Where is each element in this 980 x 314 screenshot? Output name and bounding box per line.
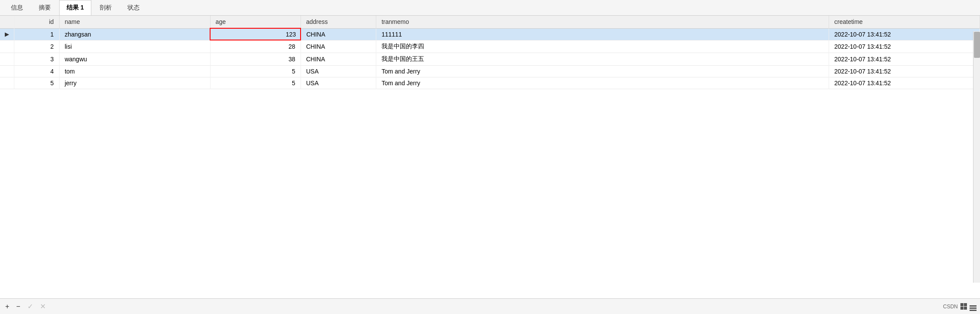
cell-id: 4 — [14, 65, 59, 77]
row-indicator — [0, 77, 14, 89]
cell-address: USA — [301, 65, 376, 77]
cell-address: CHINA — [301, 40, 376, 53]
toolbar-right: CSDN — [943, 302, 977, 311]
cell-id: 2 — [14, 40, 59, 53]
scrollbar-thumb[interactable] — [974, 32, 980, 58]
cell-name: tom — [59, 65, 210, 77]
col-header-id: id — [14, 16, 59, 28]
cell-createtime: 2022-10-07 13:41:52 — [829, 53, 980, 65]
indicator-col-header — [0, 16, 14, 28]
brand-label: CSDN — [943, 304, 958, 310]
table-row[interactable]: 3wangwu38CHINA我是中国的王五2022-10-07 13:41:52 — [0, 53, 980, 65]
cell-tranmemo: 我是中国的李四 — [376, 40, 829, 53]
table-row[interactable]: ▶1zhangsan123CHINA1111112022-10-07 13:41… — [0, 28, 980, 40]
tab-bar: 信息摘要结果 1剖析状态 — [0, 0, 980, 16]
row-indicator — [0, 53, 14, 65]
cell-id: 1 — [14, 28, 59, 40]
grid-icon[interactable] — [960, 303, 967, 310]
row-indicator — [0, 40, 14, 53]
cell-address: CHINA — [301, 53, 376, 65]
col-header-tranmemo: tranmemo — [376, 16, 829, 28]
table-row[interactable]: 4tom5USATom and Jerry2022-10-07 13:41:52 — [0, 65, 980, 77]
toolbar-left: + − ✓ ✕ — [3, 301, 47, 311]
tab-status[interactable]: 状态 — [120, 0, 147, 15]
cell-createtime: 2022-10-07 13:41:52 — [829, 65, 980, 77]
cell-age: 123 — [210, 28, 301, 40]
tab-info[interactable]: 信息 — [3, 0, 30, 15]
tab-analyze[interactable]: 剖析 — [92, 0, 119, 15]
cancel-button[interactable]: ✕ — [38, 301, 47, 311]
cell-name: zhangsan — [59, 28, 210, 40]
cell-age: 5 — [210, 77, 301, 89]
table-row[interactable]: 5jerry5USATom and Jerry2022-10-07 13:41:… — [0, 77, 980, 89]
header-row: id name age address tranmemo createtime — [0, 16, 980, 28]
cell-name: wangwu — [59, 53, 210, 65]
cell-tranmemo: 我是中国的王五 — [376, 53, 829, 65]
add-row-button[interactable]: + — [3, 302, 11, 311]
col-header-age: age — [210, 16, 301, 28]
row-indicator — [0, 65, 14, 77]
scrollbar[interactable] — [973, 31, 980, 283]
remove-row-button[interactable]: − — [14, 302, 22, 311]
col-header-address: address — [301, 16, 376, 28]
result-table: id name age address tranmemo createtime … — [0, 16, 980, 89]
table-body: ▶1zhangsan123CHINA1111112022-10-07 13:41… — [0, 28, 980, 89]
table-row[interactable]: 2lisi28CHINA我是中国的李四2022-10-07 13:41:52 — [0, 40, 980, 53]
cell-tranmemo: Tom and Jerry — [376, 65, 829, 77]
cell-address: CHINA — [301, 28, 376, 40]
list-icon[interactable] — [970, 302, 977, 311]
tab-result1[interactable]: 结果 1 — [59, 0, 91, 15]
main-content: id name age address tranmemo createtime … — [0, 16, 980, 298]
cell-createtime: 2022-10-07 13:41:52 — [829, 40, 980, 53]
col-header-name: name — [59, 16, 210, 28]
cell-createtime: 2022-10-07 13:41:52 — [829, 77, 980, 89]
cell-id: 3 — [14, 53, 59, 65]
confirm-button[interactable]: ✓ — [26, 301, 35, 311]
cell-name: lisi — [59, 40, 210, 53]
cell-age: 5 — [210, 65, 301, 77]
col-header-createtime: createtime — [829, 16, 980, 28]
cell-age: 38 — [210, 53, 301, 65]
cell-tranmemo: 111111 — [376, 28, 829, 40]
table-wrapper[interactable]: id name age address tranmemo createtime … — [0, 16, 980, 298]
cell-id: 5 — [14, 77, 59, 89]
tab-summary[interactable]: 摘要 — [31, 0, 58, 15]
table-header: id name age address tranmemo createtime — [0, 16, 980, 28]
row-indicator: ▶ — [0, 28, 14, 40]
cell-address: USA — [301, 77, 376, 89]
cell-tranmemo: Tom and Jerry — [376, 77, 829, 89]
bottom-toolbar: + − ✓ ✕ CSDN — [0, 298, 980, 314]
cell-createtime: 2022-10-07 13:41:52 — [829, 28, 980, 40]
cell-age: 28 — [210, 40, 301, 53]
cell-name: jerry — [59, 77, 210, 89]
